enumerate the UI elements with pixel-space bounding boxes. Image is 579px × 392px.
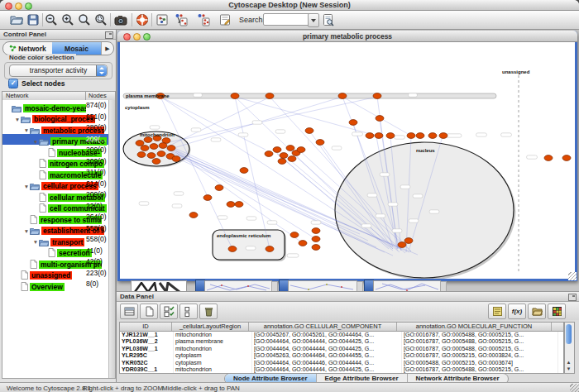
network-node[interactable] (240, 168, 248, 174)
network-node[interactable] (439, 133, 447, 139)
tree-item-cellular-process[interactable]: ▼cellular process614(0) (2, 179, 115, 190)
tree-item-primary-metabo[interactable]: ▼primary metabo209(... (2, 134, 115, 146)
column-header[interactable]: _cellularLayoutRegion (172, 323, 249, 331)
table-row[interactable]: YJR121W__1mitochondrion[GO:0045267, GO:0… (120, 332, 563, 338)
network-node[interactable] (231, 93, 239, 99)
scroll-down-arrow[interactable]: ▼ (566, 366, 572, 372)
network-node[interactable] (290, 232, 299, 238)
table-row[interactable]: YLR295Ccytoplasm[GO:0045263, GO:0044464,… (120, 352, 563, 359)
tree-item-cellular-metabol[interactable]: cellular metabol209(0) (2, 189, 115, 201)
table-row[interactable]: YKR052Ccytoplasm[GO:0044464, GO:0044446,… (120, 360, 563, 366)
network-node[interactable] (157, 151, 165, 157)
app-resize-grip[interactable] (570, 384, 579, 392)
network-node[interactable] (386, 133, 395, 139)
save-session-icon[interactable] (26, 12, 41, 27)
network-node[interactable] (428, 133, 437, 139)
snapshot-camera-icon[interactable] (113, 12, 128, 27)
network-node[interactable] (299, 241, 307, 246)
window-resize-grip[interactable] (568, 272, 577, 280)
network-canvas[interactable]: plasma membranecytoplasmmitochondrionnuc… (120, 42, 575, 279)
network-node[interactable] (172, 156, 180, 162)
network-node[interactable] (280, 153, 288, 159)
network-node[interactable] (227, 202, 235, 208)
tree-item-nucleobase-[interactable]: nucleobase-209(0) (2, 145, 115, 156)
network-node[interactable] (375, 133, 383, 139)
column-header[interactable]: annotation.GO CELLULAR_COMPONENT (249, 323, 397, 331)
zoom-out-icon[interactable] (44, 12, 59, 27)
network-node[interactable] (398, 242, 406, 248)
table-row[interactable]: YPL036W__2plasma membrane[GO:0044464, GO… (120, 338, 563, 345)
select-nodes-checkbox[interactable]: ✓ (8, 79, 18, 88)
network-node[interactable] (141, 146, 149, 151)
open-file-icon[interactable] (9, 12, 24, 27)
network-node[interactable] (297, 147, 305, 153)
network-node[interactable] (407, 133, 415, 139)
combo-stepper-icon[interactable] (96, 65, 107, 76)
attribute-table-icon[interactable] (120, 304, 138, 319)
tree-item-transport[interactable]: ▼transport558(0) (2, 234, 115, 246)
zoom-in-icon[interactable] (60, 12, 75, 27)
network-node[interactable] (150, 144, 158, 150)
search-dropdown-arrow[interactable] (308, 13, 319, 27)
network-node[interactable] (278, 159, 286, 165)
disclosure-triangle[interactable]: ▼ (23, 228, 30, 234)
disclosure-triangle[interactable]: ▼ (32, 239, 39, 245)
network-node[interactable] (159, 143, 167, 149)
network-node[interactable] (189, 213, 198, 218)
network-node[interactable] (215, 185, 223, 191)
tab-overflow-arrow[interactable]: ▶ (101, 42, 113, 55)
network-node[interactable] (562, 155, 571, 161)
attribute-editor-icon[interactable] (488, 304, 506, 319)
tree-item-response-to-stimul[interactable]: response to stimul264(0) (2, 212, 115, 223)
zoom-fit-icon[interactable] (77, 12, 92, 27)
scroll-up-arrow[interactable]: ▲ (566, 360, 572, 366)
tree-item-establishment-of-lo[interactable]: ▼establishment of lo558(0) (2, 223, 115, 235)
tab-mosaic[interactable]: Mosaic (52, 42, 101, 55)
disclosure-triangle[interactable]: ▼ (23, 127, 30, 133)
network-node[interactable] (273, 147, 281, 153)
network-node[interactable] (349, 120, 357, 126)
select-attributes-icon[interactable] (160, 304, 178, 319)
function-builder-icon[interactable]: f(x) (508, 304, 526, 319)
tree-scrollbar[interactable] (108, 100, 115, 378)
annotation-icon[interactable] (218, 12, 232, 27)
tab-network[interactable]: Network (3, 42, 52, 55)
network-node[interactable] (266, 93, 274, 99)
node-color-combobox[interactable]: transporter activity (9, 65, 108, 77)
tree-item-macromolecule[interactable]: macromolecule311(0) (2, 167, 115, 179)
disclosure-triangle[interactable]: ▼ (32, 139, 39, 145)
help-lifering-icon[interactable] (135, 12, 150, 27)
tree-item-secretion[interactable]: secretion41(0) (2, 246, 115, 257)
network-node[interactable] (167, 146, 175, 151)
network-node[interactable] (376, 116, 384, 122)
network-node[interactable] (373, 93, 381, 99)
import-attributes-folder-icon[interactable] (528, 304, 546, 319)
tree-item-biological-process[interactable]: ▼biological_process651(0) (2, 112, 115, 123)
tree-item-multi-organism-pro[interactable]: multi-organism pro42(0) (2, 256, 115, 268)
float-panel-icon[interactable] (105, 31, 113, 39)
network-node[interactable] (235, 202, 243, 208)
scrollbar-thumb[interactable] (566, 324, 572, 344)
disclosure-triangle[interactable]: ▼ (14, 117, 21, 122)
network-node[interactable] (136, 141, 144, 146)
tree-header-network[interactable]: Network (6, 92, 29, 100)
network-node[interactable] (312, 245, 320, 251)
search-advanced-icon[interactable] (321, 12, 336, 27)
network-node[interactable] (338, 93, 347, 99)
network-node[interactable] (152, 159, 160, 165)
network-node[interactable] (144, 137, 152, 143)
float-panel-icon[interactable] (568, 294, 577, 301)
column-header[interactable]: ID (120, 323, 172, 331)
unselect-attributes-icon[interactable] (179, 304, 198, 319)
table-scrollbar[interactable]: ▲ ▼ (564, 322, 575, 374)
tree-header-nodes[interactable]: Nodes (85, 92, 107, 100)
disclosure-triangle[interactable]: ▼ (23, 184, 30, 189)
network-modifier-icon[interactable] (155, 12, 170, 27)
tree-item-metabolic-process[interactable]: ▼metabolic process280(0) (2, 122, 115, 134)
network-node[interactable] (265, 151, 273, 157)
tree-item-unassigned[interactable]: unassigned223(0) (2, 268, 115, 280)
network-node[interactable] (404, 238, 413, 244)
search-input[interactable] (263, 13, 311, 26)
network-node[interactable] (366, 133, 374, 139)
layout-selected-nodes-icon[interactable] (174, 12, 189, 27)
